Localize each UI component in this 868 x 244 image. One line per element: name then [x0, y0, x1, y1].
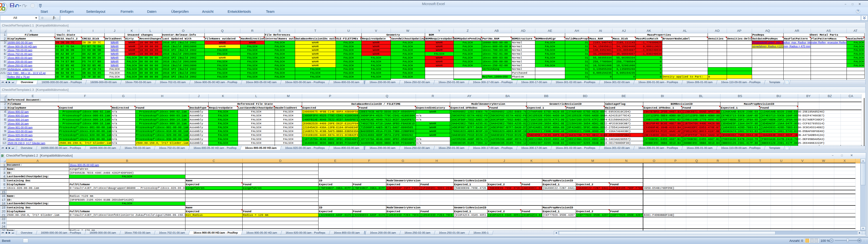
svg-text:X: X: [1, 154, 3, 157]
